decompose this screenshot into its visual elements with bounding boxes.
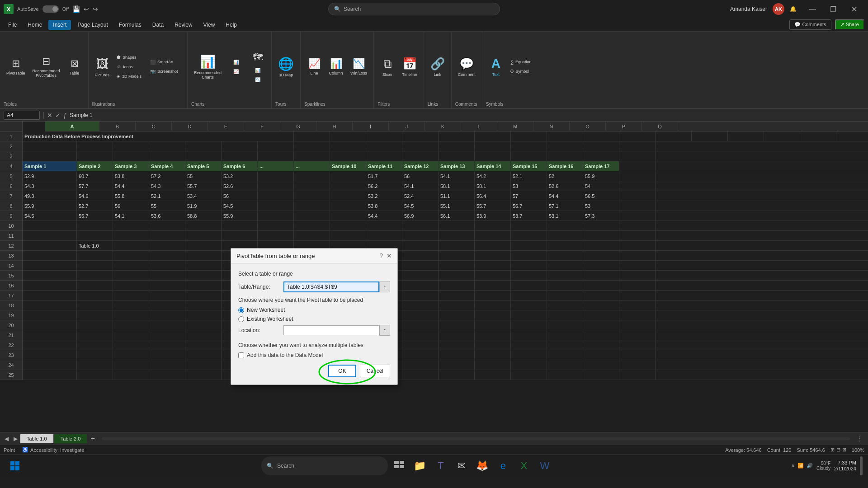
sheet-cell[interactable] (258, 191, 294, 201)
3dmap-button[interactable]: 🌐 3D Map (275, 55, 297, 79)
sheet-cell[interactable] (149, 310, 185, 320)
sheet-cell[interactable] (330, 171, 366, 181)
sheet-cell[interactable] (439, 330, 475, 340)
sheet-cell[interactable] (77, 291, 113, 300)
menu-home[interactable]: Home (23, 20, 47, 30)
sheet-cell[interactable] (619, 171, 656, 181)
menu-help[interactable]: Help (221, 20, 241, 30)
sheet-cell[interactable] (619, 241, 656, 251)
sheet-cell[interactable] (511, 320, 547, 330)
column-chart-button[interactable]: 📊 (226, 58, 246, 66)
sheet-cell[interactable] (439, 320, 475, 330)
sheet-cell[interactable] (475, 261, 511, 271)
sheet-cell[interactable] (475, 281, 511, 291)
slicer-button[interactable]: ⧉ Slicer (377, 55, 397, 79)
sheet-cell[interactable] (583, 221, 619, 231)
sheet-cell[interactable] (619, 340, 656, 350)
undo-icon[interactable]: ↩ (84, 5, 89, 13)
sheet-cell[interactable]: 53.2 (366, 191, 402, 201)
sheet-cell[interactable] (583, 231, 619, 241)
sheet-cell[interactable] (23, 221, 77, 231)
sheet-cell[interactable] (77, 360, 113, 370)
sheet-cell[interactable]: Sample 10 (330, 161, 366, 171)
shapes-button[interactable]: ⬟ Shapes (114, 53, 146, 61)
minimize-button[interactable]: — (802, 0, 823, 18)
sheet-cell[interactable] (23, 330, 77, 340)
sheet-cell[interactable] (583, 271, 619, 281)
sheet-cell[interactable] (222, 221, 258, 231)
sheet-cell[interactable]: 55.9 (583, 171, 619, 181)
sheet-cell[interactable] (619, 330, 656, 340)
sheet-cell[interactable] (619, 291, 656, 300)
sheet-cell[interactable] (294, 131, 330, 141)
sheet-cell[interactable] (583, 251, 619, 261)
sheet-cell[interactable] (185, 370, 222, 380)
mail-button[interactable]: ✉ (452, 456, 471, 475)
sheet-cell[interactable]: Sample 3 (113, 161, 149, 171)
accessibility-status[interactable]: ♿ Accessibility: Investigate (22, 447, 84, 453)
sheet-cell[interactable] (583, 261, 619, 271)
sheet-cell[interactable] (692, 131, 728, 141)
sheet-cell[interactable] (619, 251, 656, 261)
sheet-cell[interactable] (619, 201, 656, 211)
sheet-cell[interactable] (439, 231, 475, 241)
sheet-cell[interactable] (547, 370, 583, 380)
sheet-cell[interactable]: 52.6 (547, 181, 583, 191)
sheet-cell[interactable] (402, 251, 439, 261)
sheet-cell[interactable] (149, 271, 185, 281)
sheet-cell[interactable] (77, 310, 113, 320)
view-options-icon[interactable]: ⋮ (857, 436, 863, 442)
sheet-cell[interactable] (800, 131, 836, 141)
sheet-cell[interactable] (77, 141, 113, 151)
sheet-cell[interactable]: 57.2 (149, 171, 185, 181)
sheet-cell[interactable] (511, 340, 547, 350)
sheet-cell[interactable] (149, 281, 185, 291)
sheet-cell[interactable]: 58.8 (185, 211, 222, 221)
menu-file[interactable]: File (4, 20, 21, 30)
sheet-cell[interactable] (547, 231, 583, 241)
sheet-cell[interactable] (258, 171, 294, 181)
sheet-cell[interactable] (439, 251, 475, 261)
sheet-cell[interactable] (366, 141, 402, 151)
sheet-cell[interactable] (23, 310, 77, 320)
new-worksheet-radio[interactable] (238, 307, 244, 313)
sheet-cell[interactable] (583, 360, 619, 370)
sheet-cell[interactable] (330, 131, 366, 141)
sheet-cell[interactable] (23, 291, 77, 300)
sheet-cell[interactable] (511, 310, 547, 320)
location-input[interactable] (283, 325, 379, 335)
sheet-cell[interactable] (149, 320, 185, 330)
sheet-cell[interactable] (583, 340, 619, 350)
sheet-cell[interactable] (149, 141, 185, 151)
sheet-cell[interactable] (23, 370, 77, 380)
sheet-cell[interactable] (149, 231, 185, 241)
sheet-cell[interactable] (330, 151, 366, 161)
close-button[interactable]: ✕ (844, 0, 864, 18)
sheet-cell[interactable]: 54.5 (402, 201, 439, 211)
sheet-cell[interactable] (113, 310, 149, 320)
sheet-cell[interactable] (475, 330, 511, 340)
sheet-cell[interactable]: 54.3 (149, 181, 185, 191)
sheet-cell[interactable] (113, 291, 149, 300)
spark-winloss-button[interactable]: 📉 Win/Loss (348, 56, 370, 77)
sheet-cell[interactable]: 53.6 (149, 211, 185, 221)
sheet-cell[interactable] (547, 330, 583, 340)
sheet-cell[interactable] (583, 281, 619, 291)
sheet-cell[interactable]: 54.3 (23, 181, 77, 191)
sheet-cell[interactable] (547, 340, 583, 350)
sheet-cell[interactable]: 52.1 (149, 191, 185, 201)
sheet-cell[interactable] (77, 271, 113, 281)
sheet-cell[interactable] (77, 261, 113, 271)
recommended-pivottables-button[interactable]: ⊟ RecommendedPivotTables (30, 54, 63, 80)
sheet-cell[interactable] (113, 350, 149, 360)
sheet-cell[interactable]: 54.1 (439, 171, 475, 181)
sheet-cell[interactable] (185, 241, 222, 251)
dialog-help-icon[interactable]: ? (379, 252, 383, 259)
sheet-cell[interactable]: 49.3 (23, 191, 77, 201)
sheet-cell[interactable] (402, 340, 439, 350)
sheet-cell[interactable] (547, 151, 583, 161)
sheet-cell[interactable] (330, 191, 366, 201)
volume-icon[interactable]: 🔊 (807, 463, 813, 469)
maps-button[interactable]: 🗺 (248, 50, 268, 65)
sheet-cell[interactable] (185, 310, 222, 320)
